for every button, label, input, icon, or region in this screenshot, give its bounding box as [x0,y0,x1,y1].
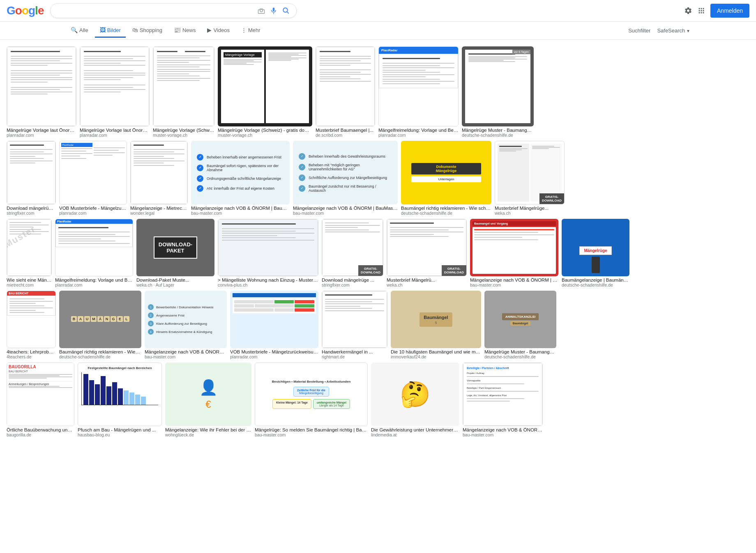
list-item[interactable]: ✓ Beheben innerhalb des Gewährleistungsr… [293,141,398,216]
apps-icon[interactable] [697,7,705,15]
tab-mehr-label: Mehr [248,27,260,33]
list-item[interactable]: BAU BERICHT 4teachers: Lehrproben... 4te… [7,291,56,359]
nav-tabs: 🔍 Alle 🖼 Bilder 🛍 Shopping 📰 News ▶ Vide… [0,22,756,40]
list-item[interactable]: Handwerkermängel in ... rightmart.de [322,291,387,359]
sign-in-button[interactable]: Anmelden [710,4,749,18]
svg-point-0 [260,9,263,12]
google-logo: Google [7,4,44,17]
list-item[interactable]: Beteiligte / Parteien / Abschnitt Projek… [463,363,543,437]
list-item[interactable]: Mängelanzeige - Mietrecht -... wonder.le… [130,141,188,216]
svg-point-13 [703,12,704,13]
logo-letter-o1: o [15,4,22,17]
svg-point-6 [701,8,702,9]
search-icons [258,7,290,14]
search-icon[interactable] [282,7,290,14]
bilder-icon: 🖼 [100,27,106,33]
alle-icon: 🔍 [71,27,78,33]
list-item[interactable]: VOB Musterbriefe - Mängelzurückweisung -… [230,291,318,359]
tab-news[interactable]: 📰 News [169,23,201,38]
image-row-3: Muster Wie sieht eine Mängela... mietrec… [7,219,749,287]
list-item[interactable]: DOWNLOAD-PAKET Download-Paket Muste... w… [136,219,214,287]
list-item[interactable]: DokumenteMängelrüge Unterlagen Baumängel… [401,141,491,216]
svg-rect-1 [273,8,275,11]
tab-shopping-label: Shopping [140,27,162,33]
list-item[interactable]: GRATIS-DOWNLOAD Musterbrief Mängelrü... … [387,219,467,287]
camera-icon[interactable] [258,7,265,14]
logo-letter-o2: o [22,4,28,17]
image-row-4: BAU BERICHT 4teachers: Lehrproben... 4te… [7,291,749,359]
videos-icon: ▶ [207,27,212,33]
list-item[interactable]: PlanRadar Mängelfreimeldung: Vorlage und… [55,219,133,287]
shopping-icon: 🛍 [132,27,138,33]
list-item[interactable]: PlanRadar Mängelfreimeldung: Vorlage und… [378,46,459,138]
microphone-icon[interactable] [270,7,277,14]
svg-point-9 [701,10,702,11]
image-row-1: Mängelrüge Vorlage laut Önorm B 211... p… [7,46,749,138]
svg-point-7 [703,8,704,9]
list-item[interactable]: GRATIS-DOWNLOAD Download mängelrüge ... … [322,219,383,287]
list-item[interactable]: 👤 € Mängelanzeige: Wie ihr Fehler bei de… [165,363,251,437]
list-item[interactable]: > Mängelliste Wohnung nach Einzug - Must… [218,219,318,287]
tab-alle[interactable]: 🔍 Alle [66,23,93,38]
logo-letter-g: G [7,4,15,17]
list-item[interactable]: vor 6 Tagen Mängelrüge Muster - Baumange… [462,46,534,138]
list-item[interactable]: Mängelrüge Vorlage (Schwe... muster-vorl… [153,46,214,138]
svg-point-12 [701,12,702,13]
settings-icon[interactable] [684,7,692,15]
svg-point-3 [284,8,288,12]
list-item[interactable]: Mängelrüge Vorlage laut Önorm B 2110 - W… [80,46,150,138]
list-item[interactable]: Musterbrief Baumaengel |... de.scribd.co… [316,46,375,138]
news-icon: 📰 [174,27,181,33]
image-grid: Mängelrüge Vorlage laut Önorm B 211... p… [0,40,756,447]
tab-shopping[interactable]: 🛍 Shopping [127,23,167,38]
header: Google Mängelrüge Baumängel Vorlage PDF … [0,0,756,22]
search-filter[interactable]: Suchfilter [628,28,650,34]
list-item[interactable]: ✓ Beheben innerhalb einer angemessenen F… [191,141,290,216]
list-item[interactable]: PlanRadar VOB Musterbriefe - Mängelzurüc… [59,141,127,216]
svg-line-4 [287,12,289,14]
svg-point-8 [698,10,700,11]
tab-news-label: News [182,27,196,33]
list-item[interactable]: Download mängelrüge i... stringfixer.com [7,141,56,216]
list-item[interactable]: Festgestellte Baumängel nach Bereichen [78,363,162,437]
list-item[interactable]: Mängelrüge Vorlage laut Önorm B 211... p… [7,46,76,138]
logo-letter-e: e [38,4,44,17]
list-item[interactable]: Mängelrüge Vorlage Mängelrüge Vorlage (S… [218,46,312,138]
svg-point-11 [698,12,700,13]
svg-point-5 [698,8,700,9]
tab-videos-label: Videos [213,27,230,33]
list-item[interactable]: Baumangel und Vorgang Mängelanzeige nach… [470,219,558,287]
list-item[interactable]: Muster Wie sieht eine Mängela... mietrec… [7,219,52,287]
tab-bilder-label: Bilder [107,27,121,33]
tab-videos[interactable]: ▶ Videos [202,23,235,38]
search-bar[interactable]: Mängelrüge Baumängel Vorlage PDF [50,3,297,18]
header-right: Anmelden [684,4,749,18]
tab-alle-label: Alle [79,27,88,33]
list-item[interactable]: 🤔 Die Gewährleistung unter Unternehmern … [371,363,459,437]
mehr-dots-icon: ⋮ [241,27,247,33]
list-item[interactable]: Mängelrüge Baumängelanzeige | Baumängel … [562,219,629,287]
search-input[interactable]: Mängelrüge Baumängel Vorlage PDF [57,7,254,14]
tab-mehr[interactable]: ⋮ Mehr [236,24,265,38]
list-item[interactable]: GRATIS-DOWNLOAD Musterbrief Mängelrüge..… [495,141,565,216]
list-item[interactable]: Besichtigen • Material Bestellung • Arbe… [255,363,368,437]
svg-point-10 [703,10,704,11]
image-row-2: Download mängelrüge i... stringfixer.com… [7,141,749,216]
logo-letter-l: l [35,4,38,17]
list-item[interactable]: 1 Bewerberliste / Dokumentation Hinweis … [145,291,227,359]
image-row-5: BAUGORILLA BAU BERICHT Anmerkungen / Bes… [7,363,749,437]
logo-letter-g2: g [28,4,35,17]
list-item[interactable]: ANWALTSKANZLEI Baumängel Mängelrüge Must… [484,291,556,359]
list-item[interactable]: Baumängel § Die 10 häufigsten Baumängel … [391,291,481,359]
safe-search[interactable]: SafeSearch [657,28,690,34]
tab-bilder[interactable]: 🖼 Bilder [95,23,126,38]
list-item[interactable]: BAUGORILLA BAU BERICHT Anmerkungen / Bes… [7,363,74,437]
list-item[interactable]: BAUM ÄNGEL Baumängel richtig reklamieren… [59,291,141,359]
